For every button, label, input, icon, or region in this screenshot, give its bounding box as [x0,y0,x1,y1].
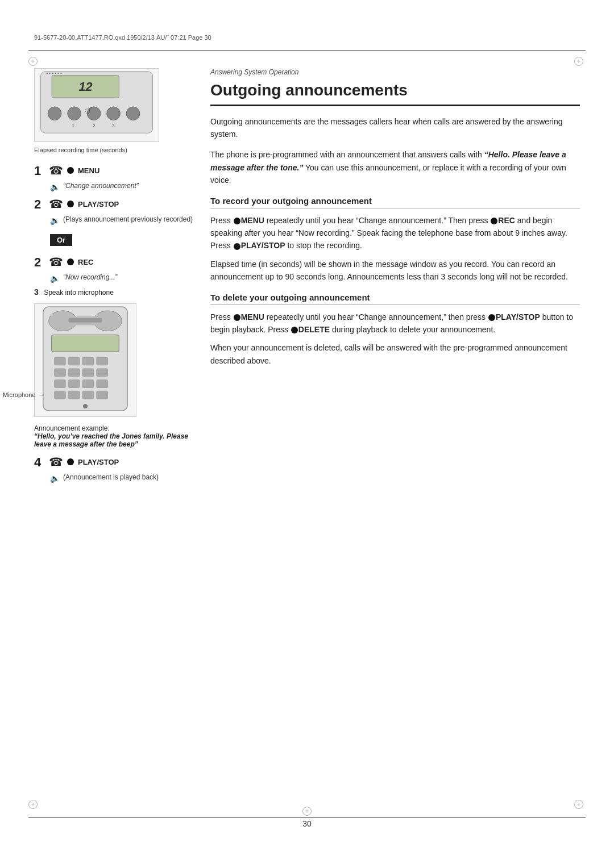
step4-item: 4 ☎ PLAY/STOP [34,455,193,470]
step2a-audio-text: (Plays announcement previously recorded) [63,215,193,223]
delete-section-heading: To delete your outgoing announcement [210,293,580,305]
handset-icon-4: ☎ [49,455,63,469]
svg-rect-21 [82,357,94,365]
svg-point-35 [83,404,88,408]
reg-mark-tr [574,57,586,68]
ds-delete-circle [291,327,298,333]
svg-rect-30 [97,380,108,388]
reg-mark-tl [28,57,40,68]
ds-p1-prefix: Press [210,312,233,322]
reg-mark-bottom-center [302,807,312,816]
step2a-number: 2 [34,198,45,211]
svg-rect-28 [68,380,80,388]
ds-p1-suffix: during playback to delete your announcem… [330,325,495,334]
rs-rec-label: REC [498,216,515,225]
header-line: 91-5677-20-00.ATT1477.RO.qxd 1950/2/13 Ä… [34,34,580,41]
svg-point-7 [126,107,140,120]
step1-row: 1 ☎ MENU [34,164,99,177]
step2a-item: 2 ☎ PLAY/STOP [34,197,193,212]
rs-menu-circle [234,218,240,224]
svg-rect-20 [68,357,80,365]
playstop-label-2a: PLAY/STOP [78,200,119,208]
menu-circle-1 [67,167,74,174]
svg-rect-22 [97,357,108,365]
svg-rect-23 [55,369,66,377]
right-column: Answering System Operation Outgoing anno… [210,68,580,800]
header-text: 91-5677-20-00.ATT1477.RO.qxd 1950/2/13 Ä… [34,34,211,41]
bottom-divider [28,817,586,818]
rs-playstop-label: PLAY/STOP [241,241,285,250]
main-layout: 12 1 2 3 ☞ • • • • • • [34,68,580,800]
left-column: 12 1 2 3 ☞ • • • • • • [34,68,193,800]
svg-rect-29 [82,380,94,388]
step4-number: 4 [34,456,45,469]
step2b-row: 2 ☎ REC [34,255,93,269]
record-section-p2: Elapsed time (in seconds) will be shown … [210,258,580,283]
or-label: Or [50,234,72,246]
ds-p1-mid: repeatedly until you hear “Change announ… [264,312,488,322]
step4-audio-text: (Announcement is played back) [63,473,159,481]
speaker-icon-2b: 🔈 [50,274,60,283]
handset-icon-1: ☎ [49,164,63,177]
rs-playstop-circle [234,243,240,250]
step2b-item: 2 ☎ REC [34,255,193,270]
intro2-prefix: The phone is pre-programmed with an anno… [210,150,484,159]
step1-audio-text: “Change announcement” [63,182,139,190]
step3-label: 3 Speak into microphone [34,287,193,297]
record-section-heading: To record your outgoing announcement [210,196,580,208]
ds-playstop-circle [488,314,495,321]
mic-arrow-label: Microphone → [3,390,45,399]
rs-rec-circle [491,218,497,224]
svg-rect-33 [82,391,94,399]
playstop-circle-2a [67,201,74,207]
svg-rect-31 [55,391,66,399]
delete-section-p2: When your announcement is deleted, calls… [210,341,580,367]
page-container: 91-5677-20-00.ATT1477.RO.qxd 1950/2/13 Ä… [0,0,614,868]
playstop-circle-4 [67,458,74,465]
ds-delete-label: DELETE [298,325,330,334]
step1-audio: 🔈 “Change announcement” [50,182,193,191]
speaker-icon-2a: 🔈 [50,216,60,225]
delete-section-p1: Press MENU repeatedly until you hear “Ch… [210,311,580,336]
step4-row: 4 ☎ PLAY/STOP [34,455,119,469]
speaker-icon-4: 🔈 [50,474,60,483]
rs-menu-label: MENU [241,216,264,225]
step1-number: 1 [34,165,45,177]
intro-text-1: Outgoing announcements are the messages … [210,115,580,141]
announcement-example-text: “Hello, you’ve reached the Jones family.… [34,432,193,448]
svg-rect-17 [68,318,102,323]
step2b-audio: 🔈 “Now recording...” [50,273,193,283]
phone-image-bottom-container: Microphone → [34,300,136,419]
speaker-icon-1: 🔈 [50,182,60,191]
svg-rect-34 [97,391,108,399]
intro-text-2: The phone is pre-programmed with an anno… [210,148,580,186]
svg-point-6 [107,107,121,120]
step2b-audio-text: “Now recording...” [63,273,117,281]
microphone-label: Microphone [3,391,35,398]
step2a-row: 2 ☎ PLAY/STOP [34,197,119,211]
svg-rect-26 [97,369,108,377]
rs-p1-prefix: Press [210,216,233,225]
handset-icon-2a: ☎ [49,197,63,211]
reg-mark-bl [28,800,40,811]
page-number: 30 [302,819,312,828]
svg-rect-18 [52,335,119,352]
step2b-number: 2 [34,256,45,269]
record-section-p1: Press MENU repeatedly until you hear “Ch… [210,214,580,252]
announcement-example-label: Announcement example: [34,424,193,432]
menu-label-1: MENU [78,166,99,175]
phone-image-bottom [34,303,136,417]
rs-p1-suffix: to stop the recording. [285,241,362,250]
top-divider [28,50,586,51]
ds-playstop-label: PLAY/STOP [496,312,540,322]
svg-text:2: 2 [93,123,95,128]
step1-item: 1 ☎ MENU [34,164,193,178]
svg-text:1: 1 [72,123,74,128]
svg-rect-27 [55,380,66,388]
svg-rect-25 [82,369,94,377]
or-divider-container: Or [34,229,193,251]
svg-rect-24 [68,369,80,377]
section-label: Answering System Operation [210,68,580,76]
rs-p1-mid: repeatedly until you hear “Change announ… [264,216,490,225]
step2a-audio: 🔈 (Plays announcement previously recorde… [50,215,193,225]
